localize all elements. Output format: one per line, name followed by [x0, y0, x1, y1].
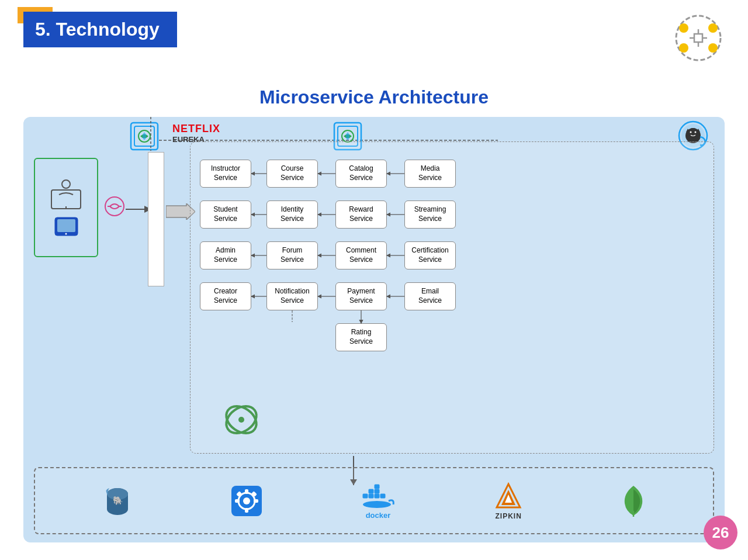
top-logo-icon [672, 12, 725, 64]
service-payment: PaymentService [335, 282, 387, 310]
client-to-gateway-arrow [126, 203, 150, 217]
svg-rect-75 [369, 489, 373, 493]
svg-point-21 [690, 132, 692, 133]
svg-rect-30 [57, 219, 75, 232]
svg-point-59 [107, 503, 128, 515]
title-block: 5. Technology [23, 12, 177, 47]
page-number: 26 [712, 524, 729, 542]
service-reward: RewardService [335, 201, 387, 229]
service-media: MediaService [404, 160, 456, 188]
svg-point-0 [676, 16, 721, 60]
service-notification: NotificationService [266, 282, 318, 310]
svg-marker-5 [694, 34, 702, 42]
api-gateway-bar [148, 152, 164, 286]
service-certification: CertificationService [404, 241, 456, 269]
svg-rect-73 [375, 494, 379, 498]
svg-point-4 [708, 43, 718, 53]
svg-rect-72 [369, 494, 373, 498]
tech-postgresql: 🐘 [102, 486, 133, 516]
service-instructor: InstructorService [200, 160, 251, 188]
service-course: CourseService [266, 160, 318, 188]
top-vertical-line [145, 117, 157, 152]
client-desktop-icon [49, 178, 84, 210]
tech-grafana [231, 486, 262, 516]
tech-zipkin: ZIPKIN [494, 482, 522, 520]
service-rating: RatingService [335, 323, 387, 351]
diagram-container: NETFLIX EUREKA [23, 117, 725, 542]
tech-mongodb [621, 485, 646, 517]
svg-point-31 [65, 233, 67, 235]
svg-point-2 [708, 23, 718, 33]
svg-point-3 [679, 43, 688, 53]
svg-point-22 [695, 132, 697, 133]
svg-rect-67 [235, 499, 240, 503]
svg-rect-68 [254, 499, 258, 503]
svg-text:🐘: 🐘 [112, 496, 123, 506]
tech-docker-label: docker [366, 511, 391, 520]
svg-point-53 [238, 417, 244, 423]
svg-rect-65 [245, 489, 248, 494]
tech-stack-row: 🐘 [34, 467, 714, 534]
client-tablet-icon [53, 216, 79, 237]
svg-point-64 [243, 497, 250, 504]
service-student: StudentService [200, 201, 251, 229]
service-forum: ForumService [266, 241, 318, 269]
svg-rect-76 [375, 489, 379, 493]
svg-rect-74 [380, 494, 385, 498]
section-title: Microservice Architecture [0, 87, 748, 108]
title-background: 5. Technology [23, 12, 177, 47]
load-balancer-icon [104, 196, 125, 219]
svg-point-28 [62, 180, 70, 188]
services-outer-container: InstructorService StudentService AdminSe… [190, 141, 714, 454]
header: 5. Technology [0, 12, 748, 64]
page-title: 5. Technology [35, 19, 160, 40]
tech-docker: docker [361, 482, 396, 520]
svg-rect-71 [363, 494, 368, 498]
page-number-badge: 26 [704, 516, 737, 549]
svg-point-78 [363, 501, 391, 508]
tech-zipkin-label: ZIPKIN [495, 512, 521, 520]
netflix-text: NETFLIX [172, 123, 220, 135]
service-email: EmailService [404, 282, 456, 310]
spring-icon [223, 401, 261, 441]
service-catalog: CatalogService [335, 160, 387, 188]
svg-rect-77 [375, 485, 379, 489]
service-creator: CreatorService [200, 282, 251, 310]
service-admin: AdminService [200, 241, 251, 269]
service-comment: CommentService [335, 241, 387, 269]
service-streaming: StreamingService [404, 201, 456, 229]
service-identity: IdentityService [266, 201, 318, 229]
svg-rect-66 [245, 508, 248, 513]
svg-point-1 [679, 23, 688, 33]
client-box [34, 158, 98, 257]
